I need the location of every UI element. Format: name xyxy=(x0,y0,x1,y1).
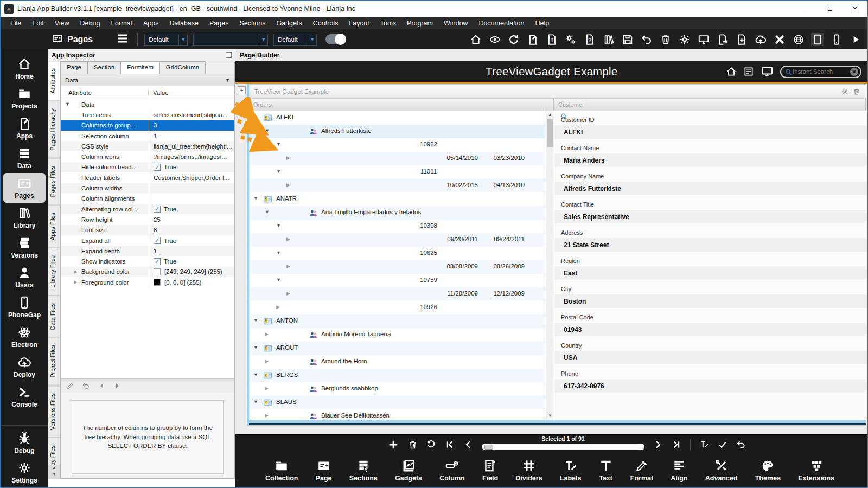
sidebar-item-phonegap[interactable]: PhoneGap xyxy=(1,292,48,322)
record-nav-last-button[interactable] xyxy=(672,440,681,450)
tree-row-10625[interactable]: ▼10625 xyxy=(249,247,554,260)
tree-row-10-02-2015[interactable]: ▶10/02/201504/13/2010 xyxy=(249,179,554,192)
field-value[interactable]: East xyxy=(554,266,866,280)
chevron-down-icon[interactable]: ▼ xyxy=(253,318,258,323)
menu-pages[interactable]: Pages xyxy=(204,18,234,29)
chevron-down-icon[interactable]: ▼ xyxy=(253,399,258,404)
inspector-undo-button[interactable] xyxy=(82,382,90,390)
sidebar-item-projects[interactable]: Projects xyxy=(1,84,48,113)
search-clear-icon[interactable]: ✕ xyxy=(850,68,858,76)
attribute-row-hide-column-head[interactable]: Hide column head...✓True xyxy=(61,162,234,172)
sidebar-item-deploy[interactable]: Deploy xyxy=(1,352,48,382)
close-button[interactable] xyxy=(843,1,867,17)
menu-gadgets[interactable]: Gadgets xyxy=(271,18,307,29)
vertical-tab-project-files[interactable]: Project Files xyxy=(48,337,60,386)
menu-layout[interactable]: Layout xyxy=(343,18,375,29)
tree-row-around-the-horn[interactable]: ▶Around the Horn xyxy=(249,355,554,369)
toolbar-page-export-button[interactable] xyxy=(716,33,729,46)
checkbox-checked[interactable]: ✓ xyxy=(154,164,161,171)
attribute-row-expand-all[interactable]: Expand all✓True xyxy=(61,235,234,246)
toolbar-page-edit-button[interactable] xyxy=(526,33,539,46)
mode-select[interactable]: Default▼ xyxy=(273,34,317,46)
menu-program[interactable]: Program xyxy=(401,18,438,29)
toolbar-save-button[interactable] xyxy=(621,33,634,46)
maximize-button[interactable] xyxy=(818,1,843,17)
sidebar-item-debug[interactable]: Debug xyxy=(1,428,48,458)
sidebar-item-data[interactable]: Data xyxy=(1,143,48,173)
chevron-right-icon[interactable]: ▶ xyxy=(286,264,290,269)
checkbox-checked[interactable]: ✓ xyxy=(154,206,161,213)
attribute-row-tree-items[interactable]: Tree itemsselect customerid,shipna... xyxy=(61,110,234,120)
attribute-row-expand-depth[interactable]: Expand depth1 xyxy=(61,246,234,256)
toolbar-page-add-button[interactable] xyxy=(735,33,748,46)
menu-window[interactable]: Window xyxy=(438,18,473,29)
inspector-tab-formitem[interactable]: Formitem xyxy=(121,61,160,74)
chevron-down-icon[interactable]: ▼ xyxy=(253,345,258,350)
field-value[interactable]: Alfreds Futterkiste xyxy=(554,181,866,196)
sidebar-item-electron[interactable]: Electron xyxy=(1,322,48,352)
page-header-monitor-button[interactable] xyxy=(761,65,774,78)
formtool-format[interactable]: Format xyxy=(630,459,653,482)
chevron-right-icon[interactable]: ▶ xyxy=(286,291,290,296)
attribute-row-header-labels[interactable]: Header labelsCustomer,Shipper,Order l... xyxy=(61,172,234,183)
chevron-right-icon[interactable]: ▶ xyxy=(265,386,269,391)
attribute-row-selection-column[interactable]: Selection column1 xyxy=(61,131,234,141)
sidebar-item-console[interactable]: Console xyxy=(1,382,48,412)
attribute-row-column-alignments[interactable]: Column alignments xyxy=(61,194,234,204)
toolbar-play-button[interactable] xyxy=(849,33,862,46)
tree-row-antonio-moreno-taqueria[interactable]: ▶Antonio Moreno Taqueria xyxy=(249,328,554,342)
chevron-right-icon[interactable]: ▶ xyxy=(74,269,78,274)
formtool-labels[interactable]: Labels xyxy=(560,459,582,482)
record-nav-first-button[interactable] xyxy=(445,440,455,450)
field-value[interactable]: 01943 xyxy=(554,322,866,337)
inspector-edit-pencil-button[interactable] xyxy=(66,382,74,390)
toolbar-gear-button[interactable] xyxy=(678,33,691,46)
tree-row-05-14-2010[interactable]: ▶05/14/201003/23/2010 xyxy=(249,152,554,165)
chevron-right-icon[interactable]: ▶ xyxy=(74,279,78,285)
field-value[interactable]: 617-342-8976 xyxy=(554,378,866,393)
inspector-window-icon[interactable] xyxy=(226,52,232,58)
section-trash-button[interactable] xyxy=(853,88,860,95)
page-header-home-button[interactable] xyxy=(726,66,737,77)
vertical-tabs-scrollbar[interactable]: ▲▼ xyxy=(48,465,60,479)
chevron-right-icon[interactable]: ▶ xyxy=(265,331,269,337)
chevron-right-icon[interactable]: ▶ xyxy=(265,413,269,418)
formtool-field[interactable]: Field xyxy=(482,459,498,482)
tree-row-blauer-see-delikatessen[interactable]: ▶Blauer See Delikatessen xyxy=(249,409,554,420)
field-value[interactable]: 21 State Street xyxy=(554,237,866,252)
chevron-down-icon[interactable]: ▼ xyxy=(276,169,281,174)
menu-database[interactable]: Database xyxy=(164,18,205,29)
inspector-tab-page[interactable]: Page xyxy=(61,61,88,74)
chevron-down-icon[interactable]: ▼ xyxy=(276,277,281,282)
record-refresh-button[interactable] xyxy=(426,440,436,450)
tree-row-arout[interactable]: ▼AROUT xyxy=(249,342,554,355)
toolbar-phone-button[interactable] xyxy=(830,33,843,46)
attribute-row-css-style[interactable]: CSS stylelianja_ui_tree::item{height:... xyxy=(61,141,234,151)
menu-format[interactable]: Format xyxy=(105,18,138,29)
menu-documentation[interactable]: Documentation xyxy=(473,18,529,29)
sidebar-item-home[interactable]: Home xyxy=(1,54,48,84)
instant-search-input[interactable] xyxy=(793,68,850,75)
attribute-row-column-icons[interactable]: Column icons:/images/forms,:/images/... xyxy=(61,151,234,162)
menu-edit[interactable]: Edit xyxy=(27,18,49,29)
chevron-down-icon[interactable]: ▼ xyxy=(276,142,281,147)
chevron-right-icon[interactable]: ▶ xyxy=(286,236,290,242)
sidebar-item-versions[interactable]: Versions xyxy=(1,233,48,262)
field-value[interactable]: Boston xyxy=(554,294,866,309)
formtool-extensions[interactable]: Extensions xyxy=(798,459,834,482)
formtool-advanced[interactable]: Advanced xyxy=(705,459,738,482)
sidebar-item-apps[interactable]: Apps xyxy=(1,113,48,143)
section-gear-button[interactable] xyxy=(841,88,848,95)
minimize-button[interactable] xyxy=(793,1,818,17)
formtool-themes[interactable]: Themes xyxy=(755,459,781,482)
menu-view[interactable]: View xyxy=(49,18,75,29)
tree-row-alfki[interactable]: ▼ALFKI xyxy=(249,111,554,125)
toolbar-page-question-button[interactable]: ? xyxy=(583,33,596,46)
theme-select[interactable]: Default▼ xyxy=(144,34,188,46)
scrollbar-thumb[interactable] xyxy=(547,119,553,147)
formtool-sections[interactable]: Sections xyxy=(349,459,378,482)
menu-tools[interactable]: Tools xyxy=(375,18,401,29)
checkbox-checked[interactable]: ✓ xyxy=(154,237,161,244)
sidebar-item-pages[interactable]: Pages xyxy=(3,173,46,203)
chevron-down-icon[interactable]: ▼ xyxy=(276,250,281,255)
